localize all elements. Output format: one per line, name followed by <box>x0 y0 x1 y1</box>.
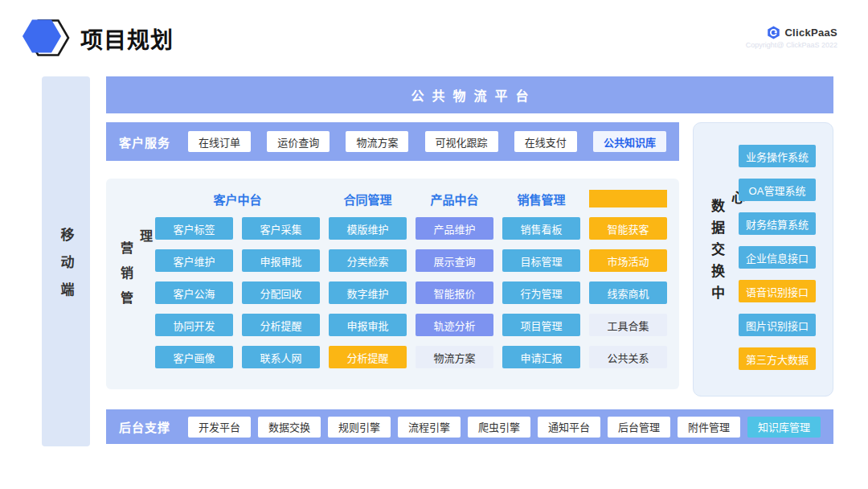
title-hexagon-icon <box>21 11 74 64</box>
customer-service-label: 客户服务 <box>119 134 170 150</box>
backend-support-items: 开发平台 数据交换 规则引擎 流程引擎 爬虫引擎 通知平台 后台管理 附件管理 … <box>188 417 821 438</box>
matrix-cell: 销售看板 <box>502 217 580 240</box>
matrix-cell: 轨迹分析 <box>416 314 493 336</box>
matrix-cell: 数字维护 <box>329 281 407 304</box>
customer-service-items: 在线订单 运价查询 物流方案 可视化跟踪 在线支付 公共知识库 <box>188 131 666 152</box>
matrix-cell: 物流方案 <box>416 346 493 368</box>
backend-support-label: 后台支撑 <box>119 418 170 435</box>
exchange-tile: 图片识别接口 <box>739 314 816 336</box>
platform-banner-title: 公共物流平台 <box>403 85 536 105</box>
matrix-cell: 客户采集 <box>242 217 320 240</box>
matrix-cell: 智能获客 <box>589 217 667 240</box>
marketing-matrix-panel: 营销管理 客户中台 合同管理 产品中台 销售管理 营销管理 客户标签 客户采集 … <box>106 179 679 389</box>
exchange-tile: OA管理系统 <box>739 179 816 201</box>
matrix-cell: 模版维护 <box>329 217 407 240</box>
matrix-cell: 分类检索 <box>329 249 407 272</box>
exchange-tile: 企业信息接口 <box>739 246 816 269</box>
matrix-cell: 产品维护 <box>416 217 493 240</box>
service-tile: 可视化跟踪 <box>425 131 498 152</box>
matrix-cell: 申报审批 <box>242 249 320 272</box>
matrix-cell: 客户维护 <box>155 249 233 272</box>
matrix-cell: 分析提醒 <box>329 346 407 368</box>
matrix-cell: 目标管理 <box>502 249 580 272</box>
matrix-column-header: 销售管理 <box>502 190 580 208</box>
mobile-side-label: 移动端 <box>56 214 76 310</box>
matrix-column-header: 客户中台 <box>155 190 320 208</box>
matrix-cell: 申报审批 <box>329 314 407 336</box>
matrix-cell: 工具合集 <box>589 314 667 336</box>
backend-tile: 开发平台 <box>188 417 251 438</box>
exchange-tile: 财务结算系统 <box>739 212 816 235</box>
matrix-cell: 联系人网 <box>242 346 320 368</box>
service-tile: 运价查询 <box>267 131 330 152</box>
matrix-column-header: 产品中台 <box>416 190 493 208</box>
backend-tile: 知识库管理 <box>747 417 821 438</box>
matrix-cell: 分析提醒 <box>242 314 320 336</box>
service-tile: 物流方案 <box>346 131 408 152</box>
platform-banner: 公共物流平台 <box>106 76 833 113</box>
matrix-cell: 客户公海 <box>155 281 233 304</box>
matrix-cell: 公共关系 <box>589 346 667 368</box>
exchange-tile: 第三方大数据 <box>739 347 816 370</box>
matrix-cell: 分配回收 <box>242 281 320 304</box>
brand-block: ClickPaaS Copyright@ ClickPaaS 2022 <box>746 26 837 49</box>
backend-tile: 数据交换 <box>258 417 321 438</box>
backend-tile: 流程引擎 <box>398 417 461 438</box>
matrix-cell: 市场活动 <box>589 249 667 272</box>
matrix-cell: 客户画像 <box>155 346 233 368</box>
matrix-column-header: 营销管理 <box>589 190 667 208</box>
data-exchange-panel: 数据交换中心 业务操作系统 OA管理系统 财务结算系统 企业信息接口 语音识别接… <box>693 122 833 397</box>
service-tile: 公共知识库 <box>593 131 666 152</box>
backend-support-bar: 后台支撑 开发平台 数据交换 规则引擎 流程引擎 爬虫引擎 通知平台 后台管理 … <box>106 409 833 444</box>
backend-tile: 后台管理 <box>608 417 670 438</box>
backend-tile: 附件管理 <box>678 417 740 438</box>
backend-tile: 通知平台 <box>538 417 600 438</box>
matrix-cell: 申请汇报 <box>502 346 580 368</box>
matrix-cell: 展示查询 <box>416 249 493 272</box>
customer-service-bar: 客户服务 在线订单 运价查询 物流方案 可视化跟踪 在线支付 公共知识库 <box>106 122 679 161</box>
matrix-row-label: 营销管理 <box>116 229 154 335</box>
matrix-cell: 项目管理 <box>502 314 580 336</box>
mobile-side-bar: 移动端 <box>42 76 90 446</box>
matrix-cell: 线索商机 <box>589 281 667 304</box>
data-exchange-items: 业务操作系统 OA管理系统 财务结算系统 企业信息接口 语音识别接口 图片识别接… <box>739 145 816 370</box>
matrix-grid: 客户中台 合同管理 产品中台 销售管理 营销管理 客户标签 客户采集 模版维护 … <box>155 190 667 368</box>
service-tile: 在线支付 <box>514 131 577 152</box>
backend-tile: 爬虫引擎 <box>468 417 530 438</box>
matrix-column-header: 合同管理 <box>329 190 407 208</box>
service-tile: 在线订单 <box>188 131 251 152</box>
matrix-cell: 客户标签 <box>155 217 233 240</box>
matrix-cell: 智能报价 <box>416 281 493 304</box>
brand-copyright: Copyright@ ClickPaaS 2022 <box>746 41 837 49</box>
exchange-tile: 语音识别接口 <box>739 280 816 302</box>
exchange-tile: 业务操作系统 <box>739 145 816 167</box>
matrix-cell: 协同开发 <box>155 314 233 336</box>
clickpaas-logo-icon <box>767 26 780 39</box>
backend-tile: 规则引擎 <box>328 417 391 438</box>
matrix-cell: 行为管理 <box>502 281 580 304</box>
brand-name: ClickPaaS <box>784 27 837 39</box>
page-title: 项目规划 <box>80 23 174 55</box>
